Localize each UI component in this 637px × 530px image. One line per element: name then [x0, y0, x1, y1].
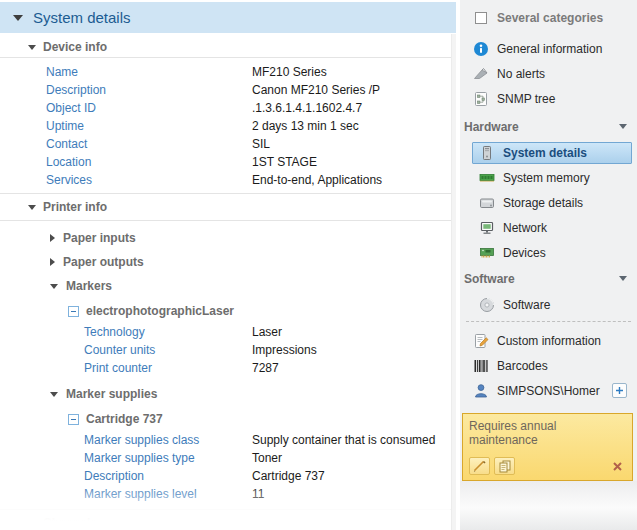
sidebar-item-system-memory[interactable]: System memory — [472, 167, 632, 189]
sidebar-item-label: Custom information — [497, 334, 601, 348]
sidebar-item-general-information[interactable]: General information — [466, 40, 631, 57]
property-row: Print counter 7287 — [0, 359, 456, 377]
property-label: Technology — [0, 325, 145, 339]
copy-note-button[interactable] — [494, 457, 515, 475]
property-label: Name — [0, 65, 78, 79]
panel-title-bar[interactable]: System details — [0, 2, 456, 33]
property-value: 11 — [252, 487, 264, 501]
software-header-label: Software — [464, 272, 515, 286]
subsection-markers[interactable]: Markers — [0, 279, 456, 293]
markers-properties: Technology Laser Counter units Impressio… — [0, 323, 456, 377]
subsection-label: Paper outputs — [63, 255, 144, 269]
property-label: Marker supplies level — [0, 487, 197, 501]
several-categories-row[interactable]: Several categories — [466, 9, 631, 26]
close-note-button[interactable] — [610, 459, 624, 473]
sidebar-item-network[interactable]: Network — [472, 217, 632, 239]
property-value: 1ST STAGE — [252, 155, 317, 169]
property-value: SIL — [252, 137, 270, 151]
hardware-section-header[interactable]: Hardware — [464, 119, 627, 134]
section-label: Printer info — [43, 200, 107, 214]
collapse-minus-icon[interactable] — [68, 414, 79, 425]
sidebar-item-storage-details[interactable]: Storage details — [472, 192, 632, 214]
several-categories-checkbox[interactable] — [475, 12, 487, 24]
property-label: Print counter — [0, 361, 152, 375]
subsection-label: Markers — [66, 279, 112, 293]
sidebar-item-label: Software — [503, 298, 550, 312]
property-label: Marker supplies class — [0, 433, 199, 447]
property-value: 2 days 13 min 1 sec — [252, 119, 359, 133]
sidebar-item-label: Storage details — [503, 196, 583, 210]
property-row: Description Cartridge 737 — [0, 467, 456, 485]
sidebar-item-devices[interactable]: Devices — [472, 242, 632, 264]
barcode-icon — [473, 358, 489, 374]
user-label: SIMPSONS\Homer — [497, 384, 600, 398]
subsection-label: Paper inputs — [63, 231, 136, 245]
property-value: Canon MF210 Series /P — [252, 83, 380, 97]
property-row: Marker supplies level 11 — [0, 485, 456, 503]
app-root: System details Device info Name MF210 Se… — [0, 0, 637, 530]
property-row: Marker supplies type Toner — [0, 449, 456, 467]
subsection-label: Marker supplies — [66, 387, 157, 401]
property-label: Description — [0, 83, 106, 97]
property-value: .1.3.6.1.4.1.1602.4.7 — [252, 101, 362, 115]
property-value: Toner — [252, 451, 282, 465]
vertical-scrollbar[interactable] — [451, 34, 456, 530]
devices-icon — [479, 245, 495, 261]
system-details-panel: System details Device info Name MF210 Se… — [0, 0, 456, 530]
expanded-arrow-icon — [50, 392, 58, 397]
tree-item-cartridge-737[interactable]: Cartridge 737 — [0, 412, 456, 426]
sidebar-item-label: No alerts — [497, 67, 545, 81]
sidebar-item-snmp-tree[interactable]: SNMP tree — [466, 90, 631, 107]
section-label: Channels — [43, 516, 97, 530]
sidebar-item-label: General information — [497, 42, 602, 56]
property-row: Uptime 2 days 13 min 1 sec — [0, 117, 456, 135]
section-label: Device info — [43, 40, 107, 54]
section-channels[interactable]: Channels — [0, 509, 456, 530]
storage-icon — [479, 195, 495, 211]
memory-icon — [479, 170, 495, 186]
add-note-button[interactable] — [612, 383, 627, 398]
info-icon — [473, 41, 489, 57]
sidebar-item-custom-information[interactable]: Custom information — [466, 332, 631, 349]
tree-item-label: electrophotographicLaser — [86, 304, 234, 318]
collapse-section-icon[interactable] — [619, 276, 627, 281]
sticky-note: Requires annual maintenance — [462, 413, 633, 481]
user-icon — [473, 383, 489, 399]
property-value: Supply container that is consumed — [252, 433, 435, 447]
sidebar-item-label: Network — [503, 221, 547, 235]
expanded-arrow-icon — [28, 45, 36, 50]
categories-sidebar: Several categories General information N… — [460, 0, 637, 530]
tree-item-electrophotographiclaser[interactable]: electrophotographicLaser — [0, 304, 456, 318]
subsection-paper-inputs[interactable]: Paper inputs — [0, 231, 456, 245]
sidebar-item-barcodes[interactable]: Barcodes — [466, 357, 631, 374]
subsection-marker-supplies[interactable]: Marker supplies — [0, 387, 456, 401]
property-value: 7287 — [252, 361, 279, 375]
sidebar-item-label: System details — [503, 146, 587, 160]
property-row: Name MF210 Series — [0, 63, 456, 81]
property-row: Counter units Impressions — [0, 341, 456, 359]
collapse-minus-icon[interactable] — [68, 306, 79, 317]
marker-supplies-properties: Marker supplies class Supply container t… — [0, 431, 456, 503]
sidebar-divider — [466, 321, 631, 322]
sidebar-footer-area — [460, 481, 637, 530]
software-section-header[interactable]: Software — [464, 271, 627, 286]
sidebar-item-software[interactable]: Software — [472, 294, 632, 316]
system-details-icon — [479, 145, 495, 161]
no-alerts-icon — [473, 66, 489, 82]
expanded-arrow-icon — [50, 284, 58, 289]
collapse-section-icon[interactable] — [619, 124, 627, 129]
property-label: Object ID — [0, 101, 96, 115]
sidebar-item-label: SNMP tree — [497, 92, 555, 106]
edit-note-button[interactable] — [469, 457, 490, 475]
section-device-info[interactable]: Device info — [0, 43, 456, 58]
sidebar-item-user[interactable]: SIMPSONS\Homer — [466, 382, 631, 399]
expanded-arrow-icon — [28, 205, 36, 210]
property-row: Technology Laser — [0, 323, 456, 341]
sidebar-item-no-alerts[interactable]: No alerts — [466, 65, 631, 82]
property-row: Description Canon MF210 Series /P — [0, 81, 456, 99]
subsection-paper-outputs[interactable]: Paper outputs — [0, 255, 456, 269]
section-printer-info[interactable]: Printer info — [0, 193, 456, 221]
hardware-header-label: Hardware — [464, 120, 519, 134]
collapsed-arrow-icon — [50, 258, 55, 266]
sidebar-item-system-details[interactable]: System details — [472, 142, 632, 164]
